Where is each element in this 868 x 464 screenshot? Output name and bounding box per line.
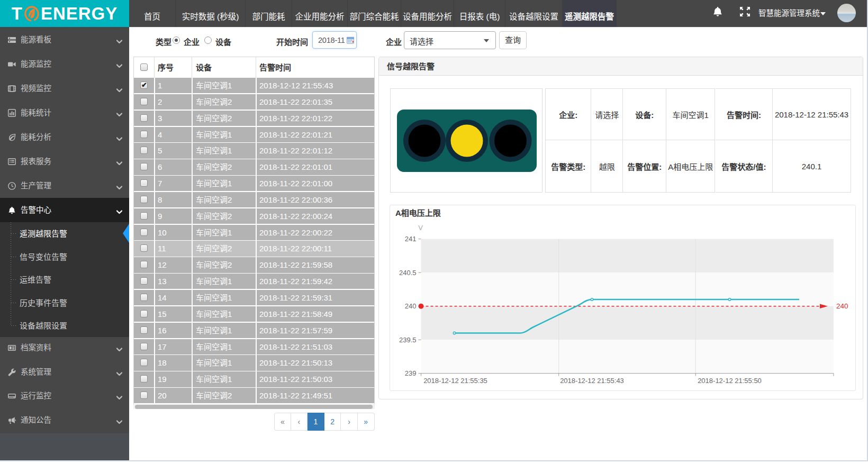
- svg-text:239.5: 239.5: [399, 336, 417, 344]
- svg-text:240.5: 240.5: [399, 269, 417, 277]
- svg-text:240: 240: [405, 302, 417, 310]
- svg-text:2018-12-12 21:55:35: 2018-12-12 21:55:35: [423, 377, 487, 385]
- svg-text:239: 239: [405, 369, 417, 377]
- svg-text:2018-12-12 21:55:43: 2018-12-12 21:55:43: [560, 377, 624, 385]
- svg-text:240: 240: [836, 302, 848, 310]
- svg-text:A相电压上限: A相电压上限: [395, 208, 441, 217]
- svg-text:V: V: [418, 224, 423, 232]
- svg-text:2018-12-12 21:55:50: 2018-12-12 21:55:50: [698, 377, 762, 385]
- svg-text:241: 241: [405, 235, 417, 243]
